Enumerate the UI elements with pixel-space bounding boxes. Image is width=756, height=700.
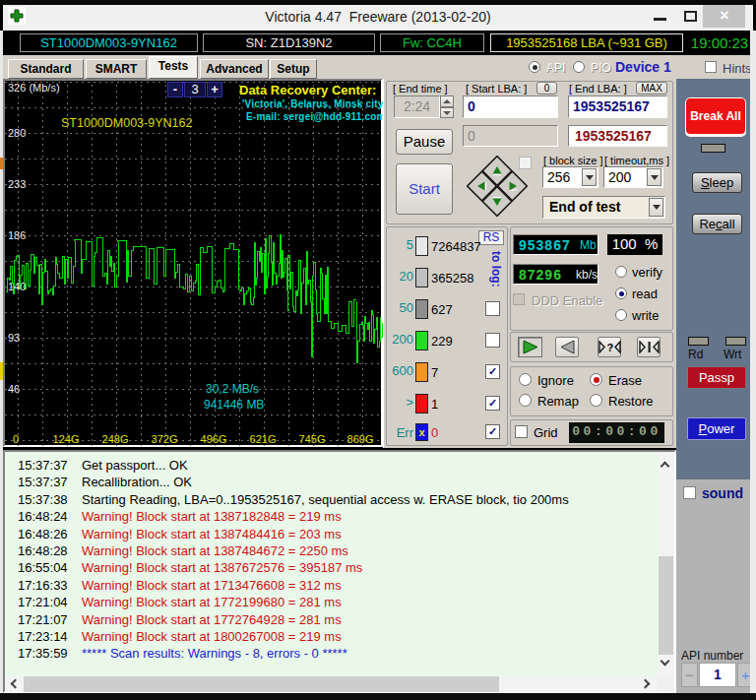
svg-text:?: ?: [607, 342, 614, 353]
